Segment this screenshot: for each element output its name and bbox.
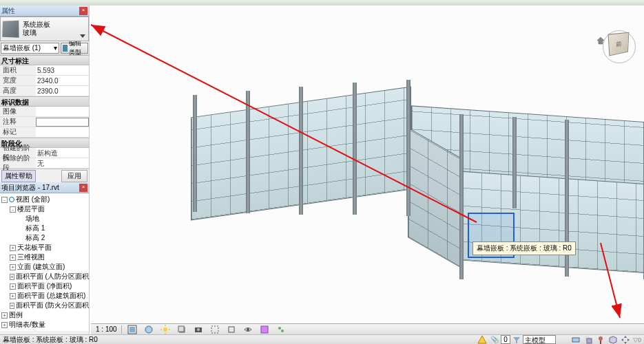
model-viewport[interactable]: 前 幕墙嵌板 : 系统嵌板 : 玻璃 : R0 1 : 10: [91, 6, 644, 334]
collapse-icon[interactable]: -: [1, 197, 8, 203]
rendering-icon[interactable]: [192, 325, 205, 334]
prop-value[interactable]: 2390.0: [36, 86, 89, 96]
expand-icon[interactable]: +: [10, 303, 14, 309]
instance-filter-dropdown[interactable]: 幕墙嵌板 (1) ▾: [1, 43, 59, 54]
worksharing-icon[interactable]: [275, 325, 287, 334]
hide-isolate-icon[interactable]: [242, 325, 254, 334]
select-links-icon[interactable]: [571, 335, 581, 345]
expand-icon[interactable]: +: [1, 312, 8, 319]
svg-rect-13: [211, 326, 218, 333]
status-right: ▽0: [570, 335, 641, 345]
expand-icon[interactable]: +: [10, 264, 16, 270]
tree-item[interactable]: 标高 2: [1, 233, 87, 243]
project-browser-tree[interactable]: -视图 (全部)-楼层平面场地标高 1标高 2+天花板平面+三维视图+立面 (建…: [0, 193, 89, 331]
tree-item[interactable]: +面积平面 (防火分区面积): [1, 301, 87, 310]
tree-item[interactable]: +面积平面 (总建筑面积): [1, 291, 87, 301]
tree-item[interactable]: +面积平面 (净面积): [1, 281, 87, 291]
visual-style-icon[interactable]: [143, 325, 155, 334]
prop-value[interactable]: [36, 118, 89, 127]
prop-value[interactable]: 5.593: [36, 65, 89, 75]
prop-row[interactable]: 注释: [0, 117, 89, 127]
svg-rect-16: [261, 326, 268, 333]
project-browser-header[interactable]: 项目浏览器 - 17.rvt ×: [0, 182, 89, 193]
prop-row[interactable]: 高度2390.0: [0, 86, 89, 96]
expand-icon[interactable]: +: [10, 274, 14, 280]
tree-item[interactable]: +三维视图: [1, 252, 87, 262]
tree-item-label: 面积平面 (防火分区面积): [16, 301, 89, 310]
close-icon[interactable]: ×: [79, 7, 87, 15]
crop-view-icon[interactable]: [209, 325, 221, 334]
view-scale[interactable]: 1 : 100: [96, 325, 117, 333]
crop-region-icon[interactable]: [225, 325, 238, 334]
sun-path-icon[interactable]: [159, 325, 172, 334]
prop-section-header[interactable]: 标识数据: [0, 96, 89, 107]
expand-icon[interactable]: +: [10, 283, 16, 290]
properties-help-button[interactable]: 属性帮助: [1, 170, 36, 182]
tree-item[interactable]: 场地: [1, 214, 87, 224]
type-family: 系统嵌板: [23, 21, 50, 29]
instance-filter-value: 幕墙嵌板 (1): [3, 43, 41, 53]
properties-footer: 属性帮助 应用: [0, 169, 89, 182]
expand-icon[interactable]: +: [10, 293, 16, 299]
prop-row[interactable]: 标记: [0, 127, 89, 138]
select-pinned-icon[interactable]: [596, 335, 605, 345]
svg-point-5: [163, 327, 167, 332]
tree-item[interactable]: 标高 1: [1, 224, 87, 233]
status-bar: 幕墙嵌板 : 系统嵌板 : 玻璃 : R0 📎 0 主模型 ▽0: [0, 334, 644, 344]
expand-icon[interactable]: +: [10, 255, 16, 261]
prop-row[interactable]: 图像: [0, 107, 89, 117]
expand-icon[interactable]: +: [1, 322, 8, 328]
filter-count-icon[interactable]: ▽0: [633, 336, 641, 343]
tree-item[interactable]: +面积平面 (人防分区面积): [1, 272, 87, 281]
close-icon[interactable]: ×: [79, 184, 87, 192]
tree-item-label: 场地: [25, 214, 39, 224]
prop-value[interactable]: [36, 127, 89, 137]
shadows-icon[interactable]: [176, 325, 188, 334]
building-model[interactable]: 幕墙嵌板 : 系统嵌板 : 玻璃 : R0: [180, 74, 644, 274]
expand-icon[interactable]: +: [10, 245, 16, 251]
type-name: 玻璃: [23, 29, 50, 37]
svg-rect-14: [229, 327, 234, 332]
select-by-face-icon[interactable]: [608, 335, 618, 345]
prop-row[interactable]: 宽度2340.0: [0, 76, 89, 86]
tree-item[interactable]: -楼层平面: [1, 204, 87, 214]
edit-type-button[interactable]: 编辑类型: [61, 43, 88, 54]
tree-item[interactable]: +明细表/数量: [1, 320, 87, 330]
tree-item-label: 面积平面 (净面积): [17, 281, 72, 291]
properties-header[interactable]: 属性 ×: [0, 6, 89, 17]
detail-level-icon[interactable]: [126, 325, 138, 334]
instance-filter-row: 幕墙嵌板 (1) ▾ 编辑类型: [0, 41, 89, 55]
drag-elements-icon[interactable]: [621, 335, 630, 345]
tree-item-label: 三维视图: [17, 252, 45, 262]
warning-icon[interactable]: [477, 335, 487, 345]
prop-row[interactable]: 面积5.593: [0, 65, 89, 76]
filter-icon[interactable]: [512, 335, 521, 345]
tree-item-label: 图纸 (全部): [9, 330, 43, 331]
prop-row[interactable]: 拆除的阶段无: [0, 158, 89, 169]
tree-item-label: 明细表/数量: [9, 320, 45, 330]
tree-item[interactable]: +图纸 (全部): [1, 330, 87, 331]
reveal-hidden-icon[interactable]: [258, 325, 271, 334]
svg-rect-19: [572, 338, 579, 342]
status-stepper[interactable]: 0: [501, 335, 510, 344]
type-selector[interactable]: 系统嵌板 玻璃: [0, 17, 89, 41]
left-pane: 属性 × 系统嵌板 玻璃 幕墙嵌板 (1) ▾ 编辑类型 尺寸标注面积5.593…: [0, 6, 90, 334]
prop-label: 面积: [0, 65, 36, 75]
tree-item[interactable]: +立面 (建筑立面): [1, 262, 87, 272]
prop-label: 宽度: [0, 76, 36, 85]
panel-cube-icon: [2, 21, 19, 38]
prop-value[interactable]: 新构造: [36, 148, 89, 158]
view-cube[interactable]: 前: [608, 33, 636, 61]
tree-item[interactable]: +图例: [1, 310, 87, 320]
tree-item[interactable]: +天花板平面: [1, 243, 87, 252]
prop-value[interactable]: [36, 107, 89, 116]
prop-value[interactable]: 无: [36, 158, 89, 168]
collapse-icon[interactable]: -: [10, 206, 16, 213]
model-group-dropdown[interactable]: 主模型: [523, 335, 556, 344]
select-underlay-icon[interactable]: [583, 335, 593, 345]
apply-button[interactable]: 应用: [61, 170, 87, 182]
type-selector-text: 系统嵌板 玻璃: [23, 21, 50, 37]
prop-value[interactable]: 2340.0: [36, 76, 89, 85]
tree-item[interactable]: -视图 (全部): [1, 195, 87, 204]
dropdown-icon: [80, 34, 85, 38]
